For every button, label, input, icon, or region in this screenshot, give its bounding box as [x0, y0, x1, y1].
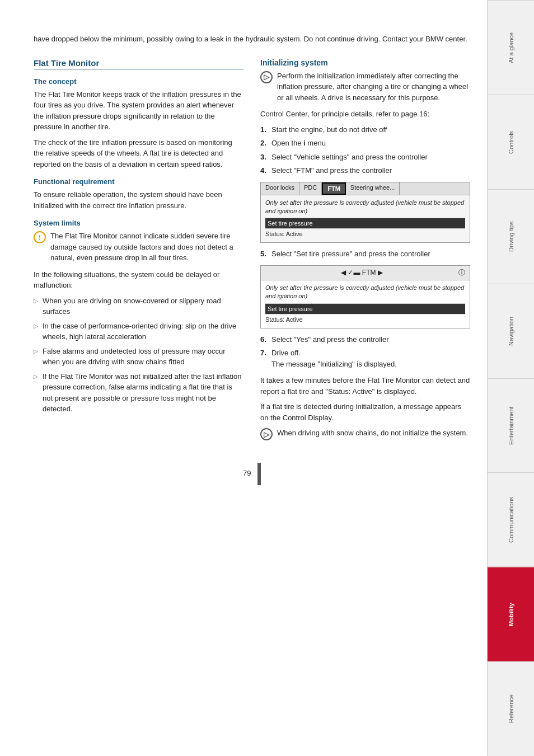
mockup1-tab-doorlocks: Door locks [261, 182, 299, 195]
mockup1-row-1: Set tire pressure [265, 218, 465, 228]
system-limits-bullets: When you are driving on snow-covered or … [34, 295, 243, 415]
sidebar-tab-driving-tips[interactable]: Driving tips [488, 189, 534, 284]
mockup1-tab-pdc: PDC [299, 182, 322, 195]
step-7: Drive off.The message "Initializing" is … [260, 348, 470, 369]
sidebar-tab-mobility[interactable]: Mobility [488, 567, 534, 661]
init-note-text: Perform the initialization immediately a… [277, 71, 470, 104]
mockup2-header-text: ◀ ✓▬ FTM ▶ [265, 269, 458, 276]
mockup1-tab-ftm: FTM [322, 182, 346, 195]
system-limits-intro: In the following situations, the system … [34, 269, 243, 291]
functional-subtitle: Functional requirement [34, 177, 243, 186]
init-p2: If a flat tire is detected during initia… [260, 401, 470, 423]
page-bar [257, 463, 261, 485]
mockup2-body-text: Only set after tire pressure is correctl… [265, 284, 465, 301]
step-4: Select "FTM" and press the controller [260, 165, 470, 176]
init-note-block: ▷ Perform the initialization immediately… [260, 71, 470, 104]
mockup1-body-text: Only set after tire pressure is correctl… [265, 199, 465, 216]
functional-p1: To ensure reliable operation, the system… [34, 189, 243, 211]
sidebar-tab-navigation[interactable]: Navigation [488, 284, 534, 378]
mockup2-header: ◀ ✓▬ FTM ▶ ⓘ [261, 266, 470, 280]
bullet-item: When you are driving on snow-covered or … [34, 295, 243, 317]
left-column: Flat Tire Monitor The concept The Flat T… [34, 58, 243, 447]
drive-off-note: The message "Initializing" is displayed. [271, 360, 397, 368]
init-steps-6-7: Select "Yes" and press the controller Dr… [260, 334, 470, 370]
step-5: Select "Set tire pressure" and press the… [260, 248, 470, 260]
system-limits-warning-text: The Flat Tire Monitor cannot indicate su… [50, 231, 243, 264]
init-step-5: Select "Set tire pressure" and press the… [260, 248, 470, 260]
right-column: Initializing system ▷ Perform the initia… [260, 58, 470, 447]
right-sidebar: At a glance Controls Driving tips Naviga… [487, 0, 534, 756]
mockup1-tabs: Door locks PDC FTM Steering whee... [261, 182, 470, 195]
init-system-title: Initializing system [260, 58, 470, 67]
mockup2-info-icon: ⓘ [458, 268, 465, 278]
mockup2-row-1: Set tire pressure [265, 303, 465, 314]
main-content: have dropped below the minimum, possibly… [0, 0, 487, 756]
intro-paragraph: have dropped below the minimum, possibly… [34, 34, 470, 45]
two-column-layout: Flat Tire Monitor The concept The Flat T… [34, 58, 470, 447]
bullet-item: False alarms and undetected loss of pres… [34, 346, 243, 368]
bullet-item: In the case of performance-oriented driv… [34, 321, 243, 342]
mockup2-body: Only set after tire pressure is correctl… [261, 280, 470, 328]
sidebar-tab-communications[interactable]: Communications [488, 472, 534, 567]
mockup2-row-2: Status: Active [265, 314, 465, 325]
mockup1-row-2: Status: Active [265, 228, 465, 239]
sidebar-tab-controls[interactable]: Controls [488, 95, 534, 189]
sidebar-tab-reference[interactable]: Reference [488, 661, 534, 756]
system-limits-warning: ! The Flat Tire Monitor cannot indicate … [34, 231, 243, 264]
snow-chains-note: ▷ When driving with snow chains, do not … [260, 428, 470, 440]
page-number-area: 79 [34, 463, 470, 496]
step-2: Open the i menu [260, 138, 470, 149]
play-icon-2: ▷ [260, 428, 273, 440]
concept-p1: The Flat Tire Monitor keeps track of the… [34, 89, 243, 133]
init-p1: It takes a few minutes before the Flat T… [260, 375, 470, 397]
mockup1-tab-steering: Steering whee... [346, 182, 400, 195]
system-limits-subtitle: System limits [34, 219, 243, 227]
bullet-item: If the Flat Tire Monitor was not initial… [34, 371, 243, 415]
warning-icon: ! [34, 231, 46, 243]
concept-subtitle: The concept [34, 77, 243, 86]
step-1: Start the engine, but do not drive off [260, 124, 470, 135]
sidebar-tab-at-a-glance[interactable]: At a glance [488, 0, 534, 95]
ui-mockup-2: ◀ ✓▬ FTM ▶ ⓘ Only set after tire pressur… [260, 265, 470, 328]
step-3: Select "Vehicle settings" and press the … [260, 152, 470, 163]
page-number: 79 [243, 469, 251, 478]
flat-tire-monitor-title: Flat Tire Monitor [34, 58, 243, 69]
play-icon: ▷ [260, 71, 273, 83]
step-6: Select "Yes" and press the controller [260, 334, 470, 345]
ui-mockup-1: Door locks PDC FTM Steering whee... Only… [260, 182, 470, 243]
control-center-ref: Control Center, for principle details, r… [260, 109, 470, 120]
mockup1-body: Only set after tire pressure is correctl… [261, 195, 470, 243]
concept-p2: The check of the tire inflation pressure… [34, 137, 243, 170]
snow-chains-text: When driving with snow chains, do not in… [277, 428, 468, 439]
sidebar-tab-entertainment[interactable]: Entertainment [488, 378, 534, 473]
init-steps-1-4: Start the engine, but do not drive off O… [260, 124, 470, 176]
